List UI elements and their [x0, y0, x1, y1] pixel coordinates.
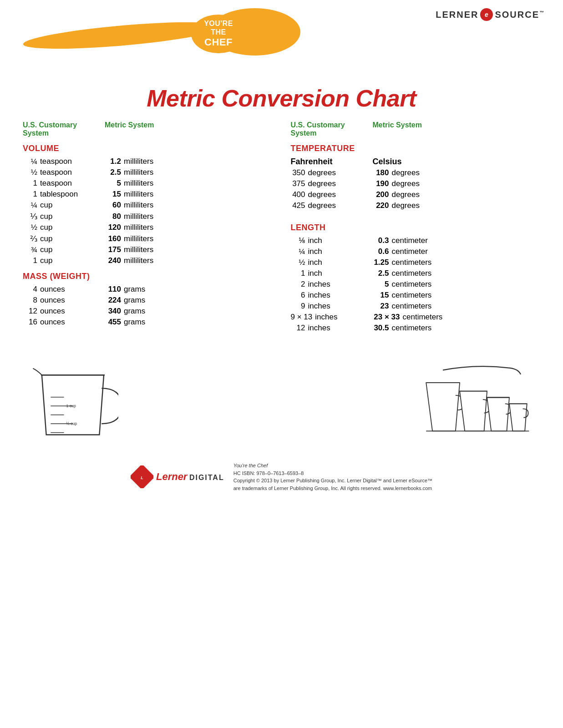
table-row: 425 degrees 220 degrees	[291, 201, 541, 210]
table-row: ¼ teaspoon 1.2 milliliters	[23, 157, 273, 166]
metric-unit: milliliters	[124, 234, 153, 243]
us-unit: inch	[308, 258, 322, 267]
table-row: ⅔ cup 160 milliliters	[23, 234, 273, 243]
metric-unit: centimeters	[392, 324, 432, 333]
metric-unit: grams	[124, 318, 145, 327]
table-row: 350 degrees 180 degrees	[291, 168, 541, 177]
esource-icon: e	[480, 8, 493, 21]
us-unit: cup	[40, 201, 52, 210]
c-unit: degrees	[392, 179, 420, 188]
metric-num: 15	[373, 291, 389, 300]
footer-copyright: Copyright © 2013 by Lerner Publishing Gr…	[233, 477, 432, 485]
us-unit: ounces	[40, 318, 65, 327]
us-num: ½	[23, 168, 37, 177]
us-num: ⅓	[23, 212, 37, 221]
us-num: 1	[291, 269, 305, 278]
us-unit: cup	[40, 245, 52, 254]
f-num: 425	[291, 201, 305, 210]
us-num: ½	[23, 223, 37, 232]
table-row: ⅓ cup 80 milliliters	[23, 212, 273, 221]
us-num: 8	[23, 296, 37, 305]
metric-num: 160	[105, 234, 121, 243]
table-row: 6 inches 15 centimeters	[291, 291, 541, 300]
f-num: 350	[291, 168, 305, 177]
us-unit: inches	[308, 280, 330, 289]
metric-num: 2.5	[105, 168, 121, 177]
footer-rights: are trademarks of Lerner Publishing Grou…	[233, 485, 432, 492]
table-row: 2 inches 5 centimeters	[291, 280, 541, 289]
us-unit: ounces	[40, 307, 65, 316]
f-unit: degrees	[308, 179, 336, 188]
svg-text:L: L	[141, 475, 143, 480]
us-num: 9	[291, 302, 305, 311]
us-num: ¼	[23, 201, 37, 210]
metric-num: 5	[373, 280, 389, 289]
metric-system-header-right: Metric System	[373, 121, 422, 137]
left-col-headers: U.S. Customary System Metric System	[23, 121, 273, 137]
metric-unit: milliliters	[124, 256, 153, 265]
us-unit: inch	[308, 247, 322, 256]
us-num: ¾	[23, 245, 37, 254]
metric-num: 2.5	[373, 269, 389, 278]
metric-unit: milliliters	[124, 190, 153, 199]
right-col-headers: U.S. Customary System Metric System	[291, 121, 541, 137]
table-row: 1 teaspoon 5 milliliters	[23, 179, 273, 188]
metric-num: 110	[105, 285, 121, 294]
right-column: U.S. Customary System Metric System TEMP…	[291, 121, 541, 334]
table-row: 9 × 13 inches 23 × 33 centimeters	[291, 313, 541, 322]
metric-num: 1.25	[373, 258, 389, 267]
us-num: ½	[291, 258, 305, 267]
table-row: 400 degrees 200 degrees	[291, 190, 541, 199]
c-unit: degrees	[392, 168, 420, 177]
metric-num: 240	[105, 256, 121, 265]
metric-num: 30.5	[373, 324, 389, 333]
lerner-footer-brand: Lerner DIGITAL	[156, 471, 224, 483]
chef-badge: YOU'RE THE CHEF	[191, 15, 246, 53]
us-num: ¼	[23, 157, 37, 166]
metric-unit: centimeters	[392, 280, 432, 289]
left-column: U.S. Customary System Metric System VOLU…	[23, 121, 273, 334]
metric-unit: milliliters	[124, 157, 153, 166]
table-row: ½ inch 1.25 centimeters	[291, 258, 541, 267]
svg-text:½ cup: ½ cup	[66, 421, 77, 426]
digital-word: DIGITAL	[189, 474, 224, 481]
us-unit: teaspoon	[40, 179, 72, 188]
us-num: ¼	[291, 247, 305, 256]
header: LERNER e SOURCE™ YOU'RE THE CHEF	[0, 0, 563, 21]
metric-unit: centimeters	[392, 302, 432, 311]
f-unit: degrees	[308, 201, 336, 210]
illustrations-section: 1 cup ½ cup	[0, 344, 563, 457]
metric-unit: milliliters	[124, 168, 153, 177]
table-row: ½ teaspoon 2.5 milliliters	[23, 168, 273, 177]
chef-badge-text: YOU'RE THE CHEF	[204, 19, 233, 49]
us-num: 6	[291, 291, 305, 300]
metric-num: 23	[373, 302, 389, 311]
table-row: 9 inches 23 centimeters	[291, 302, 541, 311]
table-row: ¼ inch 0.6 centimeter	[291, 247, 541, 256]
table-row: ½ cup 120 milliliters	[23, 223, 273, 232]
f-num: 400	[291, 190, 305, 199]
table-row: 1 inch 2.5 centimeters	[291, 269, 541, 278]
source-text: SOURCE™	[495, 10, 545, 20]
metric-num: 5	[105, 179, 121, 188]
us-num: ⅛	[291, 236, 305, 245]
metric-unit: grams	[124, 307, 145, 316]
metric-system-header-left: Metric System	[105, 121, 154, 137]
metric-num: 80	[105, 212, 121, 221]
us-unit: inches	[315, 313, 337, 322]
length-label: LENGTH	[291, 223, 541, 233]
metric-unit: centimeter	[392, 247, 428, 256]
c-unit: degrees	[392, 201, 420, 210]
us-num: 1	[23, 179, 37, 188]
mass-label: MASS (WEIGHT)	[23, 272, 273, 281]
us-unit: ounces	[40, 296, 65, 305]
table-row: 375 degrees 190 degrees	[291, 179, 541, 188]
table-row: ⅛ inch 0.3 centimeter	[291, 236, 541, 245]
table-row: ¾ cup 175 milliliters	[23, 245, 273, 254]
us-system-header-left: U.S. Customary System	[23, 121, 105, 137]
svg-text:1 cup: 1 cup	[66, 404, 76, 408]
metric-unit: milliliters	[124, 245, 153, 254]
metric-num: 1.2	[105, 157, 121, 166]
metric-unit: milliliters	[124, 201, 153, 210]
metric-unit: centimeter	[392, 236, 428, 245]
